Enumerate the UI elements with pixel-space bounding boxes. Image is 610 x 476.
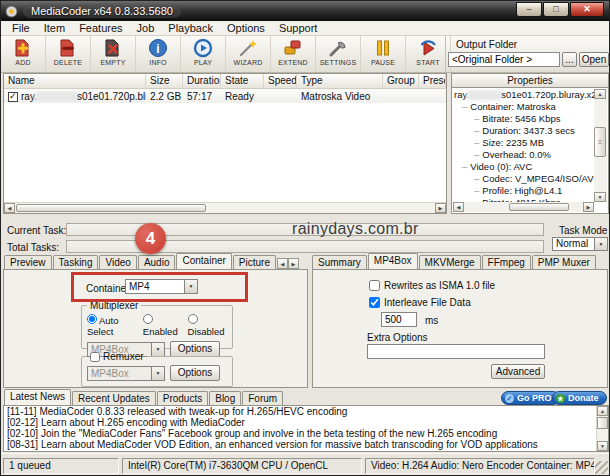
tab-audio[interactable]: Audio bbox=[138, 255, 176, 269]
remuxer-options-button[interactable]: Options bbox=[170, 365, 220, 381]
menu-support[interactable]: Support bbox=[272, 22, 325, 34]
properties-tree[interactable]: ray.s01e01.720p.bluray.x264-re Container… bbox=[454, 89, 594, 202]
tab-ffmpeg[interactable]: FFmpeg bbox=[482, 255, 531, 269]
tab-container[interactable]: Container bbox=[176, 253, 231, 269]
tree-item[interactable]: Video (0): AVC bbox=[454, 161, 594, 173]
tree-item[interactable]: Duration: 3437.3 secs bbox=[454, 125, 594, 137]
tab-preview[interactable]: Preview bbox=[4, 255, 52, 269]
remuxer-checkbox[interactable] bbox=[90, 352, 100, 362]
menu-file[interactable]: File bbox=[5, 22, 37, 34]
tab-latest-news[interactable]: Latest News bbox=[4, 389, 71, 405]
isma-checkbox[interactable] bbox=[369, 280, 380, 291]
menu-playback[interactable]: Playback bbox=[161, 22, 220, 34]
tab-summary[interactable]: Summary bbox=[312, 255, 367, 269]
menu-item[interactable]: Item bbox=[37, 22, 72, 34]
advanced-button[interactable]: Advanced bbox=[491, 364, 545, 379]
tab-pmp-muxer[interactable]: PMP Muxer bbox=[532, 255, 596, 269]
delete-button[interactable]: DELETE bbox=[46, 36, 91, 72]
wizard-button[interactable]: WIZARD bbox=[226, 36, 271, 72]
go-pro-button[interactable]: ✓ Go PRO bbox=[501, 391, 560, 405]
enabled-radio[interactable] bbox=[143, 314, 153, 324]
tree-item[interactable]: Size: 2235 MB bbox=[454, 137, 594, 149]
tree-item[interactable]: Profile: High@L4.1 bbox=[454, 185, 594, 197]
news-vscrollbar[interactable]: ▲ ▼ bbox=[596, 406, 608, 451]
tab-scroll-right-icon[interactable]: ▶ bbox=[288, 258, 299, 269]
file-checkbox[interactable] bbox=[8, 92, 18, 102]
column-speed[interactable]: Speed bbox=[264, 74, 297, 88]
column-duration[interactable]: Duration bbox=[183, 74, 221, 88]
tree-item[interactable]: Container: Matroska bbox=[454, 101, 594, 113]
info-button[interactable]: i INFO bbox=[136, 36, 181, 72]
close-button[interactable]: ✕ bbox=[570, 2, 604, 17]
output-folder-input[interactable] bbox=[448, 52, 560, 67]
properties-hscrollbar[interactable]: ◀ ▶ bbox=[453, 202, 594, 212]
resize-grip[interactable] bbox=[595, 461, 608, 474]
column-state[interactable]: State bbox=[221, 74, 264, 88]
column-size[interactable]: Size bbox=[146, 74, 183, 88]
browse-button[interactable]: ... bbox=[562, 52, 577, 67]
scroll-down-icon[interactable]: ▼ bbox=[594, 192, 606, 202]
column-preset-file[interactable]: Preset File bbox=[419, 74, 446, 88]
scroll-left-icon[interactable]: ◀ bbox=[453, 202, 464, 212]
minimize-button[interactable]: – bbox=[516, 2, 542, 17]
file-row[interactable]: ray.s01e01.720p.bluray... 2.2 GB 57:17 R… bbox=[4, 89, 446, 103]
tree-item[interactable]: Codec: V_MPEG4/ISO/AVC bbox=[454, 173, 594, 185]
tree-item[interactable]: Bitrate: 5456 Kbps bbox=[454, 113, 594, 125]
scroll-up-icon[interactable]: ▲ bbox=[597, 406, 608, 416]
properties-vscrollbar[interactable]: ▲ ≡ ▼ bbox=[594, 89, 607, 202]
tab-mp4box[interactable]: MP4Box bbox=[368, 253, 418, 269]
donate-button[interactable]: ★ Donate bbox=[552, 391, 607, 405]
menu-job[interactable]: Job bbox=[130, 22, 162, 34]
column-group[interactable]: Group bbox=[383, 74, 419, 88]
tree-item[interactable]: Overhead: 0.0% bbox=[454, 149, 594, 161]
scroll-thumb[interactable] bbox=[509, 203, 569, 211]
tab-picture[interactable]: Picture bbox=[233, 255, 276, 269]
radio-enabled[interactable]: Enabled bbox=[143, 314, 181, 337]
tab-mkvmerge[interactable]: MKVMerge bbox=[419, 255, 481, 269]
disabled-radio[interactable] bbox=[188, 314, 198, 324]
tab-recent-updates[interactable]: Recent Updates bbox=[72, 391, 156, 405]
tab-products[interactable]: Products bbox=[157, 391, 208, 405]
isma-checkbox-row[interactable]: Rewrites as ISMA 1.0 file bbox=[369, 280, 495, 291]
extra-options-input[interactable] bbox=[367, 344, 545, 359]
radio-auto-select[interactable]: Auto Select bbox=[87, 314, 136, 337]
menu-features[interactable]: Features bbox=[72, 22, 129, 34]
interleave-ms-input[interactable] bbox=[381, 312, 417, 327]
interleave-checkbox-row[interactable]: Interleave File Data bbox=[369, 297, 471, 308]
scroll-up-icon[interactable]: ▲ bbox=[594, 89, 606, 99]
empty-button[interactable]: EMPTY bbox=[91, 36, 136, 72]
play-button[interactable]: PLAY bbox=[181, 36, 226, 72]
settings-button[interactable]: SETTINGS bbox=[316, 36, 361, 72]
properties-header[interactable]: Properties bbox=[451, 73, 609, 88]
tab-tasking[interactable]: Tasking bbox=[53, 255, 99, 269]
scroll-thumb[interactable]: ≡ bbox=[594, 127, 606, 157]
scroll-right-icon[interactable]: ▶ bbox=[583, 202, 594, 212]
maximize-button[interactable]: □ bbox=[543, 2, 569, 17]
open-button[interactable]: Open bbox=[579, 52, 609, 67]
extend-button[interactable]: EXTEND bbox=[271, 36, 316, 72]
scroll-thumb[interactable] bbox=[597, 417, 608, 429]
radio-disabled[interactable]: Disabled bbox=[188, 314, 227, 337]
tab-video[interactable]: Video bbox=[99, 255, 136, 269]
tab-forum[interactable]: Forum bbox=[242, 391, 283, 405]
interleave-checkbox[interactable] bbox=[369, 297, 380, 308]
task-mode-select[interactable]: Normal ▼ bbox=[552, 237, 608, 251]
column-name[interactable]: Name bbox=[4, 74, 146, 88]
chevron-down-icon[interactable]: ▼ bbox=[594, 238, 607, 250]
news-item[interactable]: [11-11] MediaCoder 0.8.33 released with … bbox=[4, 406, 608, 417]
remuxer-checkbox-label[interactable]: Remuxer bbox=[90, 351, 144, 362]
scroll-down-icon[interactable]: ▼ bbox=[597, 441, 608, 451]
file-list-hscrollbar[interactable]: ◀ ▶ bbox=[4, 202, 446, 213]
scroll-thumb[interactable] bbox=[16, 204, 206, 212]
news-item[interactable]: [02-12] Learn about H.265 encoding with … bbox=[4, 417, 608, 428]
tree-root[interactable]: ray.s01e01.720p.bluray.x264-re bbox=[454, 89, 594, 101]
column-type[interactable]: Type bbox=[297, 74, 383, 88]
news-item[interactable]: [08-31] Learn about MediaCoder VOD Editi… bbox=[4, 439, 608, 450]
news-item[interactable]: [02-10] Join the "MediaCoder Fans" Faceb… bbox=[4, 428, 608, 439]
add-button[interactable]: ADD bbox=[1, 36, 46, 72]
scroll-left-icon[interactable]: ◀ bbox=[4, 203, 15, 213]
auto-select-radio[interactable] bbox=[87, 314, 97, 324]
pause-button[interactable]: PAUSE bbox=[361, 36, 406, 72]
tab-scroll-left-icon[interactable]: ◀ bbox=[277, 258, 288, 269]
menu-options[interactable]: Options bbox=[220, 22, 272, 34]
